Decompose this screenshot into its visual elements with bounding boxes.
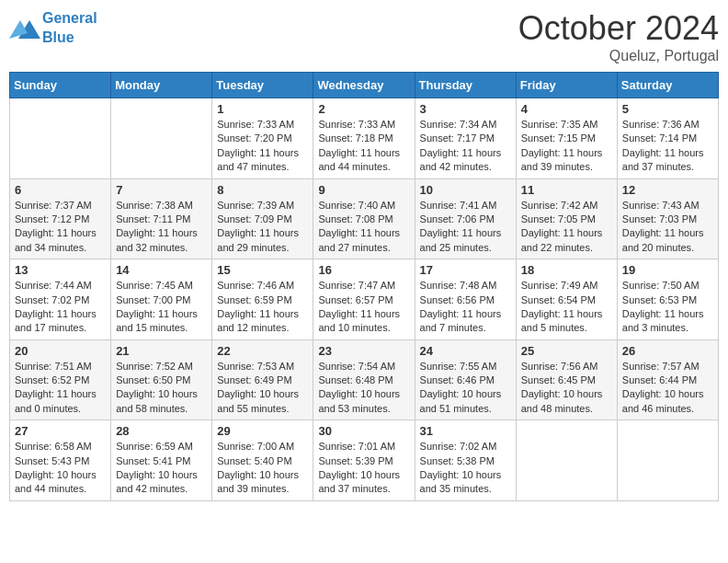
- day-number: 6: [15, 183, 106, 197]
- calendar-cell: 10Sunrise: 7:41 AM Sunset: 7:06 PM Dayli…: [415, 178, 516, 259]
- day-number: 12: [622, 183, 713, 197]
- day-number: 10: [420, 183, 511, 197]
- cell-content: Sunrise: 7:37 AM Sunset: 7:12 PM Dayligh…: [15, 199, 106, 256]
- calendar-cell: 29Sunrise: 7:00 AM Sunset: 5:40 PM Dayli…: [212, 420, 313, 501]
- cell-content: Sunrise: 7:56 AM Sunset: 6:45 PM Dayligh…: [521, 360, 612, 417]
- cell-content: Sunrise: 7:50 AM Sunset: 6:53 PM Dayligh…: [622, 279, 713, 336]
- calendar-cell: 28Sunrise: 6:59 AM Sunset: 5:41 PM Dayli…: [111, 420, 212, 501]
- calendar-cell: 13Sunrise: 7:44 AM Sunset: 7:02 PM Dayli…: [10, 259, 111, 340]
- day-number: 22: [217, 344, 308, 358]
- cell-content: Sunrise: 7:39 AM Sunset: 7:09 PM Dayligh…: [217, 199, 308, 256]
- calendar-cell: 24Sunrise: 7:55 AM Sunset: 6:46 PM Dayli…: [415, 339, 516, 420]
- calendar-cell: 8Sunrise: 7:39 AM Sunset: 7:09 PM Daylig…: [212, 178, 313, 259]
- cell-content: Sunrise: 7:57 AM Sunset: 6:44 PM Dayligh…: [622, 360, 713, 417]
- day-number: 8: [217, 183, 308, 197]
- calendar-cell: 30Sunrise: 7:01 AM Sunset: 5:39 PM Dayli…: [313, 420, 415, 501]
- day-number: 2: [318, 102, 409, 116]
- logo-text: General Blue: [42, 9, 97, 48]
- day-number: 26: [622, 344, 713, 358]
- calendar-cell: 3Sunrise: 7:34 AM Sunset: 7:17 PM Daylig…: [415, 98, 516, 179]
- day-number: 29: [217, 424, 308, 438]
- calendar-cell: 21Sunrise: 7:52 AM Sunset: 6:50 PM Dayli…: [111, 339, 212, 420]
- logo-icon: [9, 13, 40, 44]
- calendar-cell: 12Sunrise: 7:43 AM Sunset: 7:03 PM Dayli…: [617, 178, 718, 259]
- cell-content: Sunrise: 7:33 AM Sunset: 7:20 PM Dayligh…: [217, 118, 308, 175]
- cell-content: Sunrise: 7:42 AM Sunset: 7:05 PM Dayligh…: [521, 199, 612, 256]
- calendar-cell: 26Sunrise: 7:57 AM Sunset: 6:44 PM Dayli…: [617, 339, 718, 420]
- day-header-wednesday: Wednesday: [313, 73, 415, 98]
- cell-content: Sunrise: 7:52 AM Sunset: 6:50 PM Dayligh…: [116, 360, 207, 417]
- day-number: 14: [116, 263, 207, 277]
- calendar-cell: 14Sunrise: 7:45 AM Sunset: 7:00 PM Dayli…: [111, 259, 212, 340]
- month-title: October 2024: [518, 9, 719, 48]
- day-number: 19: [622, 263, 713, 277]
- calendar-cell: 17Sunrise: 7:48 AM Sunset: 6:56 PM Dayli…: [415, 259, 516, 340]
- calendar-cell: 9Sunrise: 7:40 AM Sunset: 7:08 PM Daylig…: [313, 178, 415, 259]
- cell-content: Sunrise: 7:45 AM Sunset: 7:00 PM Dayligh…: [116, 279, 207, 336]
- cell-content: Sunrise: 7:00 AM Sunset: 5:40 PM Dayligh…: [217, 440, 308, 497]
- day-header-thursday: Thursday: [415, 73, 516, 98]
- calendar-cell: 1Sunrise: 7:33 AM Sunset: 7:20 PM Daylig…: [212, 98, 313, 179]
- cell-content: Sunrise: 7:36 AM Sunset: 7:14 PM Dayligh…: [622, 118, 713, 175]
- cell-content: Sunrise: 6:58 AM Sunset: 5:43 PM Dayligh…: [15, 440, 106, 497]
- cell-content: Sunrise: 7:51 AM Sunset: 6:52 PM Dayligh…: [15, 360, 106, 417]
- cell-content: Sunrise: 7:01 AM Sunset: 5:39 PM Dayligh…: [318, 440, 409, 497]
- day-number: 20: [15, 344, 106, 358]
- day-header-tuesday: Tuesday: [212, 73, 313, 98]
- day-number: 25: [521, 344, 612, 358]
- calendar-table: SundayMondayTuesdayWednesdayThursdayFrid…: [9, 72, 719, 501]
- calendar-week-row: 1Sunrise: 7:33 AM Sunset: 7:20 PM Daylig…: [10, 98, 719, 179]
- calendar-cell: 23Sunrise: 7:54 AM Sunset: 6:48 PM Dayli…: [313, 339, 415, 420]
- day-number: 27: [15, 424, 106, 438]
- calendar-week-row: 20Sunrise: 7:51 AM Sunset: 6:52 PM Dayli…: [10, 339, 719, 420]
- cell-content: Sunrise: 7:44 AM Sunset: 7:02 PM Dayligh…: [15, 279, 106, 336]
- calendar-week-row: 27Sunrise: 6:58 AM Sunset: 5:43 PM Dayli…: [10, 420, 719, 501]
- day-header-monday: Monday: [111, 73, 212, 98]
- day-number: 1: [217, 102, 308, 116]
- day-number: 21: [116, 344, 207, 358]
- cell-content: Sunrise: 7:34 AM Sunset: 7:17 PM Dayligh…: [420, 118, 511, 175]
- calendar-cell: 5Sunrise: 7:36 AM Sunset: 7:14 PM Daylig…: [617, 98, 718, 179]
- day-number: 23: [318, 344, 409, 358]
- calendar-cell: 4Sunrise: 7:35 AM Sunset: 7:15 PM Daylig…: [516, 98, 617, 179]
- calendar-cell: 31Sunrise: 7:02 AM Sunset: 5:38 PM Dayli…: [415, 420, 516, 501]
- day-number: 9: [318, 183, 409, 197]
- day-number: 28: [116, 424, 207, 438]
- calendar-header-row: SundayMondayTuesdayWednesdayThursdayFrid…: [10, 73, 719, 98]
- cell-content: Sunrise: 7:54 AM Sunset: 6:48 PM Dayligh…: [318, 360, 409, 417]
- day-header-friday: Friday: [516, 73, 617, 98]
- title-block: October 2024 Queluz, Portugal: [518, 9, 719, 64]
- day-number: 24: [420, 344, 511, 358]
- day-number: 4: [521, 102, 612, 116]
- cell-content: Sunrise: 7:49 AM Sunset: 6:54 PM Dayligh…: [521, 279, 612, 336]
- day-number: 3: [420, 102, 511, 116]
- cell-content: Sunrise: 7:41 AM Sunset: 7:06 PM Dayligh…: [420, 199, 511, 256]
- cell-content: Sunrise: 7:55 AM Sunset: 6:46 PM Dayligh…: [420, 360, 511, 417]
- day-number: 17: [420, 263, 511, 277]
- day-number: 11: [521, 183, 612, 197]
- calendar-cell: 27Sunrise: 6:58 AM Sunset: 5:43 PM Dayli…: [10, 420, 111, 501]
- cell-content: Sunrise: 7:46 AM Sunset: 6:59 PM Dayligh…: [217, 279, 308, 336]
- day-number: 5: [622, 102, 713, 116]
- cell-content: Sunrise: 6:59 AM Sunset: 5:41 PM Dayligh…: [116, 440, 207, 497]
- cell-content: Sunrise: 7:43 AM Sunset: 7:03 PM Dayligh…: [622, 199, 713, 256]
- page-header: General Blue October 2024 Queluz, Portug…: [9, 9, 719, 64]
- calendar-cell: 19Sunrise: 7:50 AM Sunset: 6:53 PM Dayli…: [617, 259, 718, 340]
- location: Queluz, Portugal: [518, 48, 719, 64]
- calendar-cell: [617, 420, 718, 501]
- day-number: 7: [116, 183, 207, 197]
- calendar-week-row: 13Sunrise: 7:44 AM Sunset: 7:02 PM Dayli…: [10, 259, 719, 340]
- calendar-cell: [10, 98, 111, 179]
- day-number: 30: [318, 424, 409, 438]
- calendar-cell: 22Sunrise: 7:53 AM Sunset: 6:49 PM Dayli…: [212, 339, 313, 420]
- calendar-cell: 18Sunrise: 7:49 AM Sunset: 6:54 PM Dayli…: [516, 259, 617, 340]
- calendar-cell: 15Sunrise: 7:46 AM Sunset: 6:59 PM Dayli…: [212, 259, 313, 340]
- calendar-cell: 2Sunrise: 7:33 AM Sunset: 7:18 PM Daylig…: [313, 98, 415, 179]
- calendar-cell: [111, 98, 212, 179]
- day-header-sunday: Sunday: [10, 73, 111, 98]
- cell-content: Sunrise: 7:53 AM Sunset: 6:49 PM Dayligh…: [217, 360, 308, 417]
- calendar-cell: 11Sunrise: 7:42 AM Sunset: 7:05 PM Dayli…: [516, 178, 617, 259]
- day-number: 31: [420, 424, 511, 438]
- cell-content: Sunrise: 7:38 AM Sunset: 7:11 PM Dayligh…: [116, 199, 207, 256]
- calendar-week-row: 6Sunrise: 7:37 AM Sunset: 7:12 PM Daylig…: [10, 178, 719, 259]
